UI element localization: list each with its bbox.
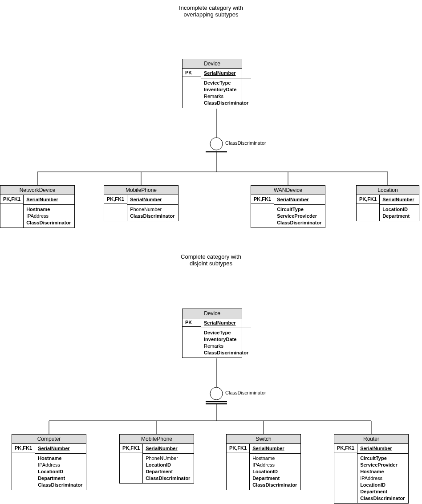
pk-key-label: PK,FK1 [122,445,140,451]
entity-title: MobilePhone [120,435,194,444]
attribute: ServiceProvider [360,462,406,468]
svg-point-10 [210,387,223,400]
pk-field: SerialNumber [277,196,322,203]
pk-field: SerialNumber [252,445,298,452]
pk-field: SerialNumber [146,445,191,452]
attribute: Hostname [38,455,83,462]
attribute: Hostname [360,468,406,475]
attribute: PhoneNumber [130,206,175,213]
entity-title: NetworkDevice [0,186,74,195]
attribute: InventoryDate [204,86,248,93]
attribute: CircuitType [277,206,322,213]
pk-key-label: PK,FK1 [359,196,377,202]
entity-parent: DevicePKSerialNumberDeviceTypeInventoryD… [182,59,242,108]
attribute: ClassDiscriminator [26,219,72,226]
attribute: Department [360,488,406,495]
pk-key-label: PK [185,70,192,75]
discriminator-label: ClassDiscriminator [225,390,266,395]
attribute: IPAddress [26,213,72,219]
svg-point-1 [210,138,223,150]
attribute: IPAddress [252,462,298,468]
attribute: LocationID [38,468,83,475]
discriminator-label: ClassDiscriminator [225,140,266,146]
pk-field: SerialNumber [382,196,416,203]
entity-child-0: ComputerPK,FK1SerialNumberHostnameIPAddr… [12,434,86,490]
attribute: PhoneNUmber [146,455,191,462]
pk-field: SerialNumber [38,445,83,452]
attribute: Remarks [204,343,248,350]
entity-child-3: RouterPK,FK1SerialNumberCircuitTypeServi… [334,434,409,504]
section2-title: Complete category with disjoint subtypes [0,253,422,267]
attribute: LocationID [382,206,416,213]
attribute: InventoryDate [204,336,248,343]
pk-key-label: PK [185,320,192,325]
attribute: IPAddress [360,475,406,482]
entity-title: MobilePhone [104,186,178,195]
pk-key-label: PK,FK1 [254,196,271,202]
diagram-complete-disjoint: DevicePKSerialNumberDeviceTypeInventoryD… [0,268,422,504]
attribute: ClassDiscriminator [252,482,298,488]
attribute: ClassDiscriminator [130,213,175,219]
attribute: Department [252,475,298,482]
entity-title: Device [183,309,242,318]
pk-key-label: PK,FK1 [15,445,32,451]
pk-key-label: PK,FK1 [107,196,124,202]
pk-field: SerialNumber [130,196,175,203]
attribute: Hostname [26,206,72,213]
entity-child-1: MobilePhonePK,FK1SerialNumberPhoneNUmber… [119,434,194,484]
attribute: ClassDiscriminator [146,475,191,482]
entity-child-0: NetworkDevicePK,FK1SerialNumberHostnameI… [0,185,75,228]
entity-child-2: SwitchPK,FK1SerialNumberHostnameIPAddres… [226,434,301,490]
attribute: IPAddress [38,462,83,468]
attribute: Department [146,468,191,475]
attribute: ClassDiscriminator [204,350,248,356]
attribute: DeviceType [204,329,248,336]
entity-title: Location [357,186,419,195]
entity-title: Computer [12,435,86,444]
entity-title: Router [334,435,408,444]
attribute: Department [38,475,83,482]
pk-field: SerialNumber [26,196,72,203]
attribute: Remarks [204,93,248,100]
attribute: ClassDiscriminator [277,219,322,226]
attribute: ServiceProvicder [277,213,322,219]
pk-key-label: PK,FK1 [337,445,354,451]
entity-child-3: LocationPK,FK1SerialNumberLocationIDDepa… [356,185,419,221]
pk-field: SerialNumber [204,70,248,77]
attribute: LocationID [252,468,298,475]
pk-field: SerialNumber [360,445,406,452]
entity-child-2: WANDevicePK,FK1SerialNumberCircuitTypeSe… [251,185,325,228]
pk-field: SerialNumber [204,320,248,326]
pk-key-label: PK,FK1 [229,445,247,451]
entity-parent: DevicePKSerialNumberDeviceTypeInventoryD… [182,309,242,358]
section1-title: Incomplete category with overlapping sub… [0,4,422,18]
attribute: LocationID [360,482,406,488]
attribute: Hostname [252,455,298,462]
diagram-incomplete-overlapping: DevicePKSerialNumberDeviceTypeInventoryD… [0,20,422,249]
attribute: CircuitType [360,455,406,462]
attribute: ClassDiscriminator [360,495,406,502]
entity-title: WANDevice [251,186,325,195]
attribute: LocationID [146,462,191,468]
attribute: Department [382,213,416,219]
pk-key-label: PK,FK1 [3,196,20,202]
entity-title: Switch [227,435,300,444]
attribute: ClassDiscriminator [38,482,83,488]
entity-title: Device [183,59,242,69]
attribute: DeviceType [204,80,248,86]
entity-child-1: MobilePhonePK,FK1SerialNumberPhoneNumber… [104,185,179,221]
attribute: ClassDiscriminator [204,100,248,106]
